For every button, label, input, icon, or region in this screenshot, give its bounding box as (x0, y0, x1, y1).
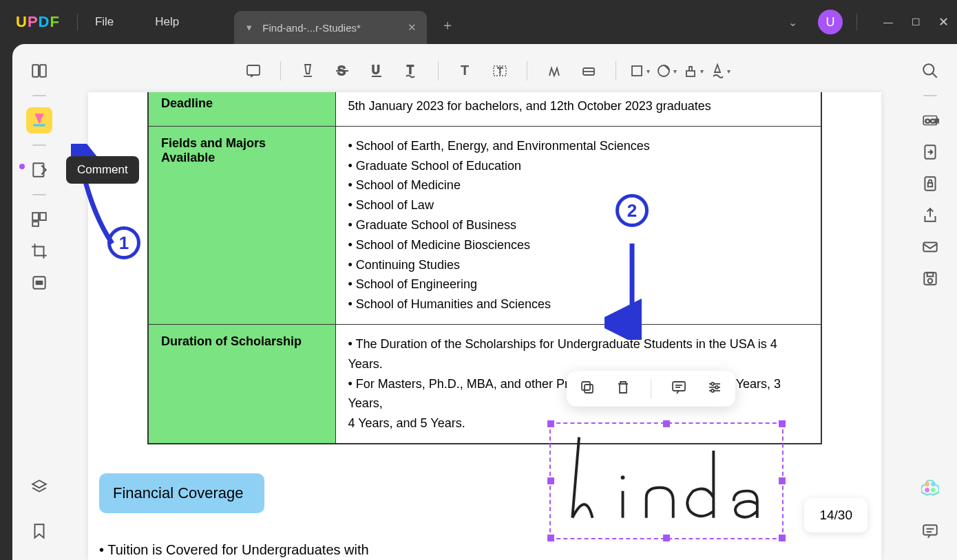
email-button[interactable] (917, 234, 943, 260)
comment-tooltip: Comment (66, 156, 139, 184)
svg-text:U: U (372, 64, 380, 76)
highlight-tool[interactable] (293, 56, 322, 85)
document-tab[interactable]: ▾ Find-and-...r-Studies* ✕ (234, 11, 427, 44)
copy-button[interactable] (579, 379, 596, 398)
svg-rect-38 (923, 525, 937, 535)
shape-tool[interactable]: ▾ (629, 63, 650, 79)
page-tools-button[interactable] (26, 206, 52, 233)
user-avatar[interactable]: U (818, 10, 843, 34)
svg-point-50 (715, 386, 718, 389)
strikethrough-tool[interactable]: S (328, 56, 357, 85)
bookmark-button[interactable] (26, 518, 52, 544)
minimize-button[interactable]: — (874, 17, 902, 28)
menu-file[interactable]: File (95, 15, 114, 29)
reader-mode-button[interactable] (26, 58, 52, 84)
titlebar: UPDF File Help ▾ Find-and-...r-Studies* … (0, 0, 957, 44)
eraser-tool[interactable] (574, 56, 603, 85)
svg-rect-43 (585, 385, 593, 393)
ocr-button[interactable]: OCR (917, 107, 943, 133)
search-button[interactable] (917, 58, 943, 84)
svg-point-41 (621, 475, 625, 480)
svg-rect-8 (36, 281, 43, 284)
ai-button[interactable] (917, 474, 943, 500)
svg-point-36 (925, 488, 929, 493)
signature-context-menu (567, 371, 735, 407)
svg-point-35 (931, 482, 936, 486)
section-heading: Financial Coverage (99, 473, 264, 513)
table-label: Duration of Scholarship (148, 324, 335, 443)
comments-panel-button[interactable] (917, 518, 943, 544)
svg-rect-0 (32, 65, 39, 76)
svg-point-52 (711, 389, 714, 392)
maximize-button[interactable]: ☐ (902, 17, 929, 28)
svg-rect-42 (582, 382, 590, 390)
table-label: Deadline (148, 92, 335, 126)
protect-button[interactable] (917, 171, 943, 197)
delete-button[interactable] (615, 379, 631, 398)
svg-rect-29 (928, 183, 933, 186)
note-button[interactable] (671, 379, 687, 398)
svg-point-23 (923, 64, 934, 74)
svg-rect-44 (673, 382, 685, 391)
redact-button[interactable] (26, 270, 52, 296)
squiggly-tool[interactable]: T (397, 56, 425, 85)
svg-rect-20 (632, 66, 642, 76)
crop-button[interactable] (26, 238, 52, 264)
text-tool[interactable]: T (451, 56, 480, 85)
svg-text:T: T (497, 65, 503, 76)
sticker-tool[interactable]: ▾ (682, 63, 704, 79)
svg-rect-28 (925, 177, 935, 191)
comment-mode-button[interactable] (26, 107, 52, 133)
chevron-down-icon[interactable]: ⌄ (788, 16, 797, 29)
tab-close-icon[interactable]: ✕ (408, 21, 417, 34)
svg-rect-4 (32, 213, 39, 220)
svg-line-24 (932, 73, 937, 78)
signature-drawing (551, 424, 782, 538)
pencil-tool[interactable] (540, 56, 569, 85)
new-tab-button[interactable]: ＋ (441, 16, 454, 34)
share-button[interactable] (917, 202, 943, 228)
table-value: • School of Earth, Energy, and Environme… (335, 126, 821, 324)
tab-dropdown-icon[interactable]: ▾ (246, 21, 252, 34)
svg-point-37 (931, 488, 936, 493)
table-label: Fields and Majors Available (148, 126, 335, 324)
svg-rect-32 (927, 272, 934, 276)
svg-text:OCR: OCR (925, 117, 939, 125)
svg-rect-6 (32, 222, 39, 226)
svg-rect-2 (33, 124, 45, 126)
stamp-tool[interactable]: ▾ (655, 63, 677, 79)
page-indicator[interactable]: 14/30 (804, 498, 867, 532)
svg-point-33 (928, 279, 933, 283)
edit-mode-button[interactable] (26, 157, 52, 183)
layers-button[interactable] (26, 474, 52, 500)
close-button[interactable]: ✕ (929, 14, 957, 30)
svg-text:T: T (407, 64, 414, 76)
svg-point-48 (711, 383, 714, 385)
sticky-note-tool[interactable] (239, 56, 268, 85)
properties-button[interactable] (706, 379, 723, 398)
table-row: Deadline 5th January 2023 for bachelors,… (148, 92, 821, 126)
underline-tool[interactable]: U (362, 56, 391, 85)
textbox-tool[interactable]: T (485, 56, 514, 85)
annotation-toolbar: S U T T T ▾ ▾ ▾ ▾ (95, 54, 874, 88)
tab-title: Find-and-...r-Studies* (262, 22, 361, 34)
app-logo: UPDF (16, 13, 60, 31)
convert-button[interactable] (917, 139, 943, 165)
signature-tool[interactable]: ▾ (709, 63, 730, 79)
table-value: 5th January 2023 for bachelors, and 12th… (335, 92, 821, 126)
document-content: Deadline 5th January 2023 for bachelors,… (88, 92, 881, 560)
signature-selection[interactable] (549, 422, 784, 539)
svg-rect-5 (40, 213, 46, 220)
table-row: Fields and Majors Available • School of … (148, 126, 821, 324)
menu-help[interactable]: Help (155, 15, 179, 29)
svg-text:T: T (461, 63, 469, 78)
save-button[interactable] (917, 266, 943, 292)
svg-rect-1 (40, 65, 46, 76)
svg-rect-22 (686, 71, 695, 76)
svg-point-34 (925, 482, 929, 486)
svg-rect-30 (923, 243, 937, 252)
svg-rect-9 (247, 65, 260, 75)
